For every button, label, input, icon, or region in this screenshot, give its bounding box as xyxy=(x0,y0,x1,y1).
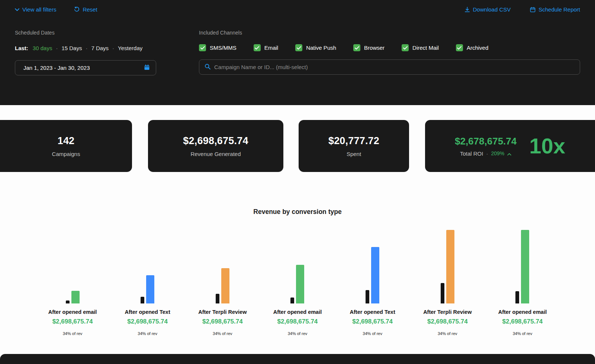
scheduled-dates-label: Scheduled Dates xyxy=(15,30,156,36)
conversion-share-label: 34% of rev xyxy=(363,331,382,336)
preset-separator: · xyxy=(86,45,87,51)
channels-row: SMS/MMSEmailNative PushBrowserDirect Mai… xyxy=(199,44,580,51)
conversion-type-label: After opened email xyxy=(498,309,547,315)
roi-percent: 209% xyxy=(491,150,504,156)
checkbox-checked-icon[interactable] xyxy=(402,44,409,51)
reset-icon xyxy=(74,7,80,12)
revenue-bar[interactable] xyxy=(371,247,379,303)
chart-group-after-opened-email: After opened email$2,698,675.7434% of re… xyxy=(485,229,560,336)
revenue-bar[interactable] xyxy=(521,230,529,303)
included-channels-label: Included Channels xyxy=(199,30,580,36)
roi-separator: · xyxy=(486,150,488,157)
channel-label: Email xyxy=(264,45,279,51)
schedule-report-button[interactable]: Schedule Report xyxy=(530,6,580,13)
download-csv-button[interactable]: Download CSV xyxy=(464,6,511,13)
checkbox-checked-icon[interactable] xyxy=(456,44,463,51)
conversion-share-label: 34% of rev xyxy=(63,331,83,336)
bar-pair xyxy=(66,229,80,303)
view-all-filters-button[interactable]: View all filters xyxy=(15,6,56,13)
campaign-search-input[interactable] xyxy=(214,64,575,70)
conversion-share-label: 34% of rev xyxy=(513,331,533,336)
next-section-edge xyxy=(0,354,595,364)
stat-label: Spent xyxy=(347,151,361,157)
date-range-value: Jan 1, 2023 - Jan 30, 2023 xyxy=(23,65,90,71)
bar-pair xyxy=(515,229,529,303)
checkbox-checked-icon[interactable] xyxy=(199,44,206,51)
checkbox-checked-icon[interactable] xyxy=(353,44,360,51)
bar-pair xyxy=(216,229,229,303)
stat-card-revenue: $2,698,675.74 Revenue Generated xyxy=(148,120,283,172)
conversion-revenue-value: $2,698,675.74 xyxy=(352,318,393,325)
baseline-bar[interactable] xyxy=(66,300,70,303)
stat-value: $2,698,675.74 xyxy=(183,135,248,147)
view-all-filters-label: View all filters xyxy=(22,6,56,13)
checkbox-checked-icon[interactable] xyxy=(254,44,261,51)
revenue-bar[interactable] xyxy=(71,291,80,303)
conversion-revenue-value: $2,698,675.74 xyxy=(127,318,168,325)
channel-browser[interactable]: Browser xyxy=(353,44,385,51)
date-preset-15-days[interactable]: 15 Days xyxy=(61,45,82,51)
revenue-bar[interactable] xyxy=(296,265,304,303)
date-range-input[interactable]: Jan 1, 2023 - Jan 30, 2023 xyxy=(15,60,156,75)
preset-separator: · xyxy=(56,45,58,51)
checkbox-checked-icon[interactable] xyxy=(295,44,302,51)
calendar-icon[interactable] xyxy=(144,64,150,72)
channel-sms-mms[interactable]: SMS/MMS xyxy=(199,44,237,51)
scheduled-dates-section: Scheduled Dates Last: 30 days·15 Days·7 … xyxy=(15,30,156,75)
roi-value: $2,678,675.74 xyxy=(455,136,517,147)
baseline-bar[interactable] xyxy=(366,290,369,303)
date-preset-yesterday[interactable]: Yesterday xyxy=(118,45,142,51)
reset-filters-button[interactable]: Reset xyxy=(74,6,97,13)
date-preset-7-days[interactable]: 7 Days xyxy=(91,45,109,51)
included-channels-section: Included Channels SMS/MMSEmailNative Pus… xyxy=(199,30,580,75)
roi-label: Total ROI xyxy=(460,150,483,157)
chart-group-after-opened-email: After opened email$2,698,675.7434% of re… xyxy=(260,229,335,336)
filter-toolbar: View all filters Reset Download CSV xyxy=(15,0,580,13)
conversion-revenue-value: $2,698,675.74 xyxy=(52,318,93,325)
channel-native-push[interactable]: Native Push xyxy=(295,44,336,51)
conversion-type-label: After opened Text xyxy=(125,309,170,315)
stats-row: 142 Campaigns $2,698,675.74 Revenue Gene… xyxy=(0,120,595,172)
channel-archived[interactable]: Archived xyxy=(456,44,488,51)
schedule-report-label: Schedule Report xyxy=(538,6,580,13)
conversion-share-label: 34% of rev xyxy=(213,331,232,336)
bar-pair xyxy=(366,229,379,303)
date-presets: Last: 30 days·15 Days·7 Days·Yesterday xyxy=(15,45,156,51)
chart-group-after-opened-text: After opened Text$2,698,675.7434% of rev xyxy=(110,229,185,336)
baseline-bar[interactable] xyxy=(290,298,294,303)
channel-direct-mail[interactable]: Direct Mail xyxy=(402,44,439,51)
stat-value: $20,777.72 xyxy=(328,135,379,147)
channel-label: Native Push xyxy=(306,45,336,51)
revenue-bar[interactable] xyxy=(221,268,229,303)
chart-title: Revenue by conversion type xyxy=(0,208,595,216)
conversion-revenue-value: $2,698,675.74 xyxy=(427,318,468,325)
bar-pair xyxy=(290,229,304,303)
chart-group-after-terpli-review: After Terpli Review$2,698,675.7434% of r… xyxy=(185,229,260,336)
channel-label: Browser xyxy=(364,45,385,51)
conversion-revenue-value: $2,698,675.74 xyxy=(202,318,243,325)
baseline-bar[interactable] xyxy=(141,297,144,303)
chevron-up-icon[interactable] xyxy=(507,150,511,157)
conversion-type-label: After opened Text xyxy=(350,309,395,315)
baseline-bar[interactable] xyxy=(216,294,219,303)
conversion-share-label: 34% of rev xyxy=(438,331,457,336)
chart-group-after-opened-text: After opened Text$2,698,675.7434% of rev xyxy=(335,229,410,336)
bar-pair xyxy=(441,229,454,303)
conversion-type-label: After Terpli Review xyxy=(423,309,472,315)
reset-label: Reset xyxy=(83,6,97,13)
roi-multiplier: 10x xyxy=(529,135,565,157)
channel-label: SMS/MMS xyxy=(210,45,237,51)
preset-separator: · xyxy=(112,45,114,51)
conversion-share-label: 34% of rev xyxy=(288,331,308,336)
revenue-bar[interactable] xyxy=(446,230,454,303)
channel-label: Archived xyxy=(467,45,488,51)
baseline-bar[interactable] xyxy=(441,283,444,303)
baseline-bar[interactable] xyxy=(515,291,519,303)
conversion-type-label: After Terpli Review xyxy=(198,309,247,315)
channel-email[interactable]: Email xyxy=(254,44,279,51)
date-preset-30-days[interactable]: 30 days xyxy=(33,45,52,51)
campaign-search-box[interactable] xyxy=(199,59,580,75)
stat-card-spent: $20,777.72 Spent xyxy=(299,120,409,172)
revenue-bar[interactable] xyxy=(146,275,154,303)
stat-value: 142 xyxy=(58,135,75,147)
